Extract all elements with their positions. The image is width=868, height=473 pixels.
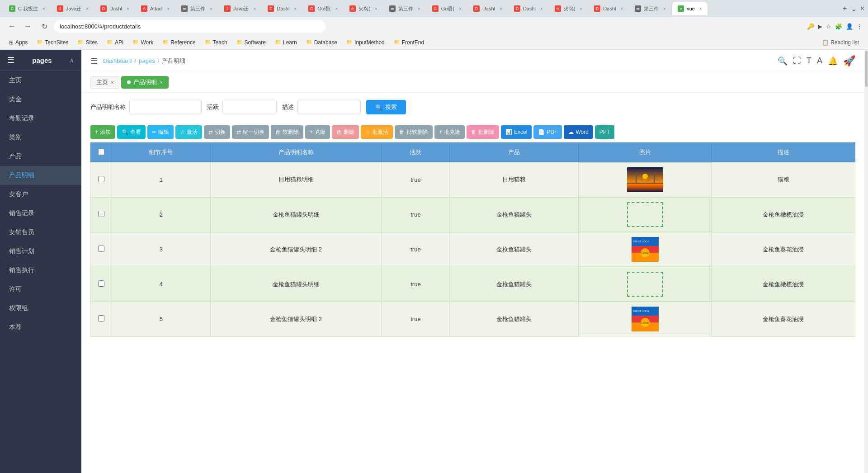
tab-close-vue[interactable]: × (699, 6, 702, 11)
scrollbar-thumb[interactable] (865, 51, 868, 87)
search-input-active[interactable] (222, 100, 277, 114)
bookmark-sites[interactable]: 📁 Sites (74, 38, 101, 47)
activate-button[interactable]: ☆ 激活 (175, 125, 202, 139)
sidebar-item-female-customer[interactable]: 女客户 (0, 185, 81, 204)
keep-switch-button[interactable]: ⇄ 留一切换 (232, 125, 269, 139)
excel-button[interactable]: 📊 Excel (501, 125, 532, 139)
key-icon[interactable]: 🔑 (807, 23, 814, 30)
sidebar-item-sales-exec[interactable]: 销售执行 (0, 261, 81, 280)
tab-overflow-button[interactable]: ⌄ (851, 5, 857, 13)
word-button[interactable]: ☁ Word (564, 125, 593, 139)
reload-button[interactable]: ↻ (38, 20, 51, 33)
pdf-button[interactable]: 📄 PDF (533, 125, 562, 139)
sidebar-item-home[interactable]: 主页 (0, 71, 81, 90)
tab-dash1[interactable]: D Dashl × (95, 2, 135, 15)
tab-go1[interactable]: G Go语( × (303, 2, 343, 15)
page-tab-home[interactable]: 主页 × (90, 76, 119, 89)
notifications-icon[interactable]: 🔔 (828, 56, 838, 66)
profile-icon[interactable]: 👤 (846, 23, 853, 30)
breadcrumb-dashboard[interactable]: Dashboard (103, 57, 132, 64)
sidebar-item-sales-plan[interactable]: 销售计划 (0, 242, 81, 261)
tab-huo2[interactable]: 火 火鸟( × (549, 2, 588, 15)
tab-close-c[interactable]: × (42, 6, 45, 11)
font-size-icon[interactable]: T (807, 56, 811, 66)
fullscreen-icon[interactable]: ⛶ (793, 56, 801, 66)
tab-third1[interactable]: ☰ 第三件 × (176, 2, 218, 15)
sidebar-collapse-icon[interactable]: ∧ (70, 57, 74, 64)
batch-delete-button[interactable]: 🗑 批删除 (467, 125, 499, 139)
bookmark-database[interactable]: 📁 Database (302, 38, 341, 47)
search-input-desc[interactable] (297, 100, 361, 114)
tab-java2[interactable]: J Java迁 × (219, 2, 261, 15)
batch-soft-delete-button[interactable]: 🗑 批软删除 (395, 125, 433, 139)
tab-close-j1[interactable]: × (86, 6, 89, 11)
switch-button[interactable]: ⇄ 切换 (204, 125, 230, 139)
scrollbar[interactable] (864, 50, 868, 473)
bookmark-apps[interactable]: ⊞ Apps (5, 38, 31, 47)
tab-huo1[interactable]: 火 火鸟( × (344, 2, 383, 15)
tab-attach[interactable]: A Attacl × (136, 2, 175, 15)
close-window-button[interactable]: × (860, 5, 864, 13)
tab-vue[interactable]: v vue × (672, 2, 708, 15)
row-checkbox-5[interactable] (98, 315, 104, 322)
bookmark-teach[interactable]: 📁 Teach (201, 38, 231, 47)
add-button[interactable]: + 添加 (90, 125, 115, 139)
page-tab-product-detail[interactable]: 产品明细 × (121, 76, 168, 89)
clone-button[interactable]: + 克隆 (305, 125, 330, 139)
sidebar-item-recommend[interactable]: 本荐 (0, 318, 81, 337)
sidebar-item-permission-group[interactable]: 权限组 (0, 299, 81, 318)
tab-close-third2[interactable]: × (418, 6, 420, 11)
tab-close-d3[interactable]: × (500, 6, 502, 11)
batch-activate-button[interactable]: ☆ 批激活 (361, 125, 393, 139)
soft-delete-button[interactable]: 🗑 软删除 (271, 125, 303, 139)
bookmark-reference[interactable]: 📁 Reference (159, 38, 199, 47)
new-tab-button[interactable]: + (843, 5, 847, 13)
tab-close-d5[interactable]: × (620, 6, 623, 11)
tab-dash3[interactable]: D Dashl × (468, 2, 508, 15)
ppt-button[interactable]: PPT (595, 125, 614, 139)
bookmark-api[interactable]: 📁 API (103, 38, 127, 47)
sidebar-item-product-detail[interactable]: 产品明细 (0, 166, 81, 185)
row-checkbox-2[interactable] (98, 211, 104, 217)
sidebar-item-sales-record[interactable]: 销售记录 (0, 204, 81, 223)
sidebar-item-product[interactable]: 产品 (0, 147, 81, 166)
tab-close-third1[interactable]: × (210, 6, 212, 11)
page-tab-product-detail-close[interactable]: × (160, 80, 162, 85)
language-icon[interactable]: A (817, 56, 822, 66)
bookmark-work[interactable]: 📁 Work (129, 38, 157, 47)
row-checkbox-4[interactable] (98, 280, 104, 287)
tab-close-go1[interactable]: × (335, 6, 338, 11)
tab-third3[interactable]: ☰ 第三件 × (629, 2, 671, 15)
tab-close-huo1[interactable]: × (375, 6, 377, 11)
tab-java1[interactable]: J Java迁 × (52, 2, 94, 15)
reading-list-button[interactable]: 📋 Reading list (818, 38, 863, 47)
bookmark-frontend[interactable]: 📁 FrontEnd (390, 38, 428, 47)
star-icon[interactable]: ☆ (826, 23, 831, 30)
tab-close-third3[interactable]: × (663, 6, 666, 11)
sidebar-item-permit[interactable]: 许可 (0, 280, 81, 299)
sidebar-menu-icon[interactable]: ☰ (7, 55, 14, 65)
tab-close-go2[interactable]: × (459, 6, 462, 11)
view-button[interactable]: 🔍 查看 (117, 125, 146, 139)
bookmark-learn[interactable]: 📁 Learn (271, 38, 301, 47)
sidebar-item-female-sales[interactable]: 女销售员 (0, 223, 81, 242)
select-all-checkbox[interactable] (98, 149, 104, 155)
search-icon[interactable]: 🔍 (778, 56, 788, 66)
tab-close-d4[interactable]: × (540, 6, 543, 11)
tab-third2[interactable]: ☰ 第三件 × (384, 2, 426, 15)
row-checkbox-3[interactable] (98, 246, 104, 252)
back-button[interactable]: ← (5, 20, 18, 33)
batch-clone-button[interactable]: + 批克隆 (434, 125, 465, 139)
menu-icon[interactable]: ⋮ (857, 23, 863, 30)
tab-dash2[interactable]: D Dashl × (262, 2, 302, 15)
extension-icon[interactable]: 🧩 (835, 23, 842, 30)
tab-close-j2[interactable]: × (253, 6, 256, 11)
tab-close-d1[interactable]: × (127, 6, 129, 11)
tab-dash5[interactable]: D Dashl × (589, 2, 628, 15)
tab-close-huo2[interactable]: × (580, 6, 583, 11)
sidebar-item-attendance[interactable]: 考勤记录 (0, 109, 81, 128)
page-tab-home-close[interactable]: × (111, 80, 113, 85)
address-input[interactable] (54, 20, 326, 33)
row-checkbox-1[interactable] (98, 176, 104, 182)
rocket-icon[interactable]: 🚀 (843, 55, 855, 67)
